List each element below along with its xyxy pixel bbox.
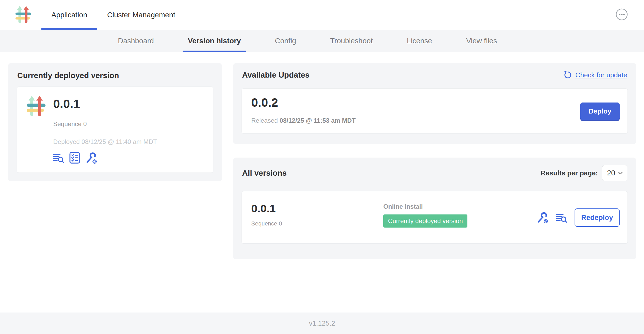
diff-icon[interactable]: [53, 153, 64, 163]
results-per-page-select[interactable]: 20: [602, 165, 627, 181]
row-sequence: Sequence 0: [251, 220, 282, 227]
subnav-tab-license-label: License: [407, 37, 432, 45]
console-version: v1.125.2: [309, 319, 335, 327]
install-type: Online Install: [383, 203, 467, 210]
row-version-number: 0.0.1: [251, 202, 282, 215]
subnav-tab-config-label: Config: [275, 37, 296, 45]
results-per-page-label: Results per page:: [541, 169, 598, 177]
update-version-number: 0.0.2: [251, 95, 278, 110]
tab-application-label: Application: [51, 11, 87, 19]
tab-cluster-management[interactable]: Cluster Management: [97, 0, 185, 30]
subnav-tab-view-files-label: View files: [466, 37, 497, 45]
config-icon[interactable]: [85, 152, 97, 164]
released-prefix: Released: [251, 117, 280, 124]
deployed-version-number: 0.0.1: [53, 97, 80, 111]
deployed-version-panel: 0.0.1 Sequence 0 Deployed 08/12/25 @ 11:…: [17, 87, 213, 173]
version-row: 0.0.1 Sequence 0 Online Install Currentl…: [242, 191, 628, 244]
deployed-timestamp: Deployed 08/12/25 @ 11:40 am MDT: [53, 138, 157, 146]
results-per-page: Results per page: 20: [541, 165, 627, 181]
app-footer: v1.125.2: [0, 313, 644, 334]
results-per-page-value: 20: [607, 169, 615, 177]
subnav-tab-license[interactable]: License: [402, 30, 438, 52]
deploy-button[interactable]: Deploy: [580, 103, 620, 120]
header-tabs: Application Cluster Management: [41, 0, 185, 30]
subnav-tab-view-files[interactable]: View files: [461, 30, 502, 52]
diff-icon[interactable]: [556, 212, 567, 223]
all-versions-title: All versions: [242, 169, 287, 177]
released-date: 08/12/25 @ 11:53 am MDT: [280, 117, 356, 124]
subnav-tab-troubleshoot-label: Troubleshoot: [330, 37, 373, 45]
subnav-tab-dashboard[interactable]: Dashboard: [113, 30, 159, 52]
refresh-icon: [563, 71, 572, 79]
deployed-version-actions: [53, 152, 97, 164]
subnav-tab-version-history-label: Version history: [188, 37, 241, 45]
deployed-sequence: Sequence 0: [53, 120, 87, 128]
check-for-update-link[interactable]: Check for update: [563, 71, 627, 79]
kots-admin-console: Application Cluster Management Dashboard…: [0, 0, 644, 334]
tab-application[interactable]: Application: [41, 0, 97, 30]
update-row: 0.0.2 Released 08/12/25 @ 11:53 am MDT D…: [242, 88, 628, 133]
subnav-tab-troubleshoot[interactable]: Troubleshoot: [325, 30, 378, 52]
redeploy-button[interactable]: Redeploy: [575, 208, 620, 227]
available-updates-title: Available Updates: [242, 71, 309, 79]
currently-deployed-title: Currently deployed version: [17, 71, 119, 80]
config-icon[interactable]: [536, 212, 548, 224]
more-options-button[interactable]: [616, 8, 628, 20]
subnav-tab-config[interactable]: Config: [270, 30, 301, 52]
app-logo-icon[interactable]: [15, 6, 31, 24]
currently-deployed-card: Currently deployed version 0.0.1 Sequenc…: [8, 63, 222, 181]
update-released-timestamp: Released 08/12/25 @ 11:53 am MDT: [251, 117, 356, 124]
chevron-down-icon: [618, 172, 623, 175]
ellipsis-icon: [616, 8, 628, 20]
tab-cluster-management-label: Cluster Management: [107, 11, 175, 19]
subnav-tab-version-history[interactable]: Version history: [183, 30, 246, 52]
main-content: Currently deployed version 0.0.1 Sequenc…: [0, 52, 644, 313]
app-icon: [26, 94, 46, 119]
currently-deployed-badge: Currently deployed version: [383, 214, 467, 228]
app-header: Application Cluster Management: [0, 0, 644, 30]
all-versions-card: All versions Results per page: 20 0.0.1 …: [233, 158, 636, 259]
available-updates-card: Available Updates Check for update 0.0.2…: [233, 63, 636, 144]
preflight-checks-icon[interactable]: [69, 152, 80, 164]
row-actions: Redeploy: [536, 191, 620, 244]
subnav-tab-dashboard-label: Dashboard: [118, 37, 154, 45]
check-for-update-label: Check for update: [575, 71, 627, 79]
app-subnav: Dashboard Version history Config Trouble…: [0, 30, 644, 52]
